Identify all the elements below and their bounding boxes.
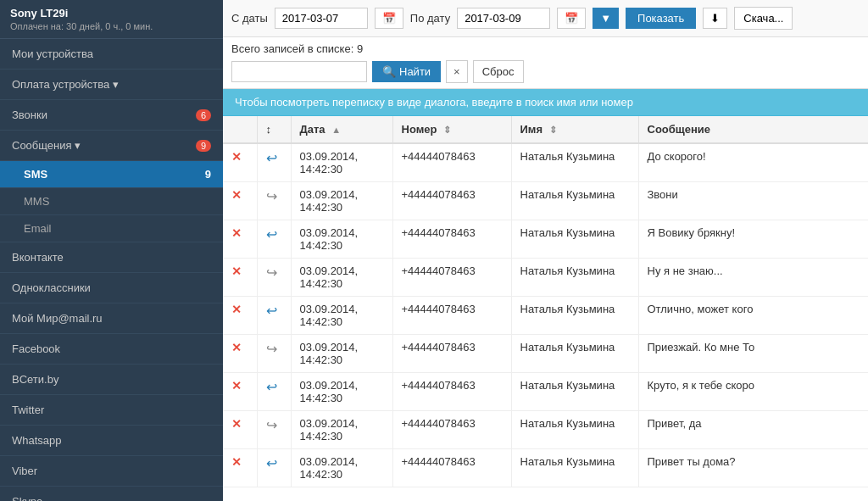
cell-actions-4: ✕ (223, 297, 257, 335)
sidebar-item-13[interactable]: Whatsapp (0, 426, 223, 456)
clear-button[interactable]: × (446, 60, 468, 83)
sidebar-item-2[interactable]: Звонки6 (0, 100, 223, 131)
cell-message-7: Привет, да (638, 411, 868, 449)
cell-number-4: +44444078463 (392, 297, 511, 335)
sidebar-item-label-5: MMS (24, 195, 49, 208)
download-icon-button[interactable]: ⬇ (703, 8, 727, 29)
delete-button-0[interactable]: ✕ (231, 150, 242, 164)
sidebar-item-0[interactable]: Мои устройства (0, 39, 223, 70)
download-button[interactable]: Скача... (734, 7, 793, 30)
sidebar-item-label-12: Twitter (12, 404, 44, 416)
cell-message-1: Звони (638, 182, 868, 220)
delete-button-2[interactable]: ✕ (231, 226, 242, 240)
sidebar-item-9[interactable]: Мой Мир@mail.ru (0, 303, 223, 334)
delete-button-4[interactable]: ✕ (231, 303, 242, 316)
sidebar-badge-4: 9 (205, 168, 211, 181)
direction-in-icon-3: ↪ (266, 265, 277, 280)
cell-name-1: Наталья Кузьмина (511, 182, 638, 220)
show-button[interactable]: Показать (626, 8, 696, 29)
sidebar-item-label-9: Мой Мир@mail.ru (12, 312, 103, 325)
cell-number-5: +44444078463 (392, 335, 511, 373)
col-direction[interactable]: ↕ (257, 116, 291, 143)
cell-name-8: Наталья Кузьмина (511, 449, 638, 487)
filter-button[interactable]: ▼ (593, 8, 619, 29)
cell-actions-0: ✕ (223, 143, 257, 182)
sidebar-item-12[interactable]: Twitter (0, 395, 223, 426)
cell-name-3: Наталья Кузьмина (511, 259, 638, 297)
sidebar-item-5[interactable]: MMS (0, 188, 223, 215)
sidebar-item-label-6: Email (24, 222, 52, 235)
cell-date-4: 03.09.2014, 14:42:30 (291, 297, 392, 335)
sidebar-item-6[interactable]: Email (0, 215, 223, 242)
sidebar-item-11[interactable]: BCети.by (0, 365, 223, 395)
cell-date-8: 03.09.2014, 14:42:30 (291, 449, 392, 487)
sidebar-item-label-11: BCети.by (12, 373, 58, 386)
cell-direction-1: ↪ (257, 182, 291, 220)
search-icon: 🔍 (382, 65, 396, 78)
sidebar-item-14[interactable]: Viber (0, 456, 223, 487)
cell-number-2: +44444078463 (392, 220, 511, 259)
sidebar-item-label-3: Сообщения ▾ (12, 139, 81, 152)
cell-date-5: 03.09.2014, 14:42:30 (291, 335, 392, 373)
cell-message-3: Ну я не знаю... (638, 259, 868, 297)
searchbar: Всего записей в списке: 9 🔍 Найти ×Сброс (223, 37, 868, 89)
date-to-input[interactable] (457, 8, 550, 29)
sidebar-item-7[interactable]: Вконтакте (0, 242, 223, 273)
date-from-label: С даты (231, 12, 268, 25)
col-number[interactable]: Номер ⇕ (392, 116, 511, 143)
cell-direction-3: ↪ (257, 259, 291, 297)
sidebar-item-1[interactable]: Оплата устройства ▾ (0, 70, 223, 100)
calendar-to-button[interactable]: 📅 (557, 8, 586, 29)
table-header: ↕ Дата ▲ Номер ⇕ Имя ⇕ Сообщение (223, 116, 868, 143)
main-content: С даты 📅 По дату 📅 ▼ Показать ⬇ Скача...… (223, 0, 868, 501)
cell-direction-2: ↩ (257, 220, 291, 259)
direction-out-icon-0: ↩ (266, 151, 277, 165)
col-name[interactable]: Имя ⇕ (511, 116, 638, 143)
cell-actions-7: ✕ (223, 411, 257, 449)
search-input[interactable] (231, 61, 367, 82)
cell-name-5: Наталья Кузьмина (511, 335, 638, 373)
col-message: Сообщение (638, 116, 868, 143)
cell-number-8: +44444078463 (392, 449, 511, 487)
date-from-input[interactable] (275, 8, 368, 29)
delete-button-8[interactable]: ✕ (231, 455, 242, 469)
table-row: ✕↪03.09.2014, 14:42:30+44444078463Наталь… (223, 411, 868, 449)
cell-name-0: Наталья Кузьмина (511, 143, 638, 182)
sidebar-nav: Мои устройстваОплата устройства ▾Звонки6… (0, 39, 223, 501)
topbar: С даты 📅 По дату 📅 ▼ Показать ⬇ Скача... (223, 0, 868, 37)
sidebar-item-label-7: Вконтакте (12, 251, 64, 264)
device-info: Sony LT29i Оплачен на: 30 дней, 0 ч., 0 … (0, 0, 223, 39)
col-date[interactable]: Дата ▲ (291, 116, 392, 143)
cell-name-2: Наталья Кузьмина (511, 220, 638, 259)
table-row: ✕↩03.09.2014, 14:42:30+44444078463Наталь… (223, 143, 868, 182)
direction-out-icon-8: ↩ (266, 456, 277, 470)
reset-button[interactable]: Сброс (473, 60, 524, 83)
find-label: Найти (399, 65, 431, 78)
delete-button-1[interactable]: ✕ (231, 188, 242, 202)
sidebar-item-4[interactable]: SMS9 (0, 161, 223, 188)
cell-direction-8: ↩ (257, 449, 291, 487)
cell-number-7: +44444078463 (392, 411, 511, 449)
calendar-from-button[interactable]: 📅 (375, 8, 403, 29)
sidebar-item-label-4: SMS (24, 168, 47, 181)
table-row: ✕↩03.09.2014, 14:42:30+44444078463Наталь… (223, 373, 868, 411)
delete-button-3[interactable]: ✕ (231, 264, 242, 278)
sidebar-item-10[interactable]: Facebook (0, 334, 223, 365)
find-button[interactable]: 🔍 Найти (372, 61, 441, 82)
sidebar-item-15[interactable]: Skype (0, 487, 223, 501)
sidebar-item-label-14: Viber (12, 465, 37, 477)
delete-button-7[interactable]: ✕ (231, 417, 242, 431)
cell-actions-1: ✕ (223, 182, 257, 220)
table-row: ✕↪03.09.2014, 14:42:30+44444078463Наталь… (223, 182, 868, 220)
cell-actions-6: ✕ (223, 373, 257, 411)
cell-message-0: До скорого! (638, 143, 868, 182)
sidebar-item-8[interactable]: Одноклассники (0, 273, 223, 303)
sidebar-item-3[interactable]: Сообщения ▾9 (0, 131, 223, 161)
col-actions (223, 116, 257, 143)
direction-in-icon-7: ↪ (266, 418, 277, 432)
table-row: ✕↪03.09.2014, 14:42:30+44444078463Наталь… (223, 259, 868, 297)
delete-button-5[interactable]: ✕ (231, 341, 242, 354)
sidebar-item-label-0: Мои устройства (12, 47, 93, 60)
delete-button-6[interactable]: ✕ (231, 379, 242, 392)
cell-number-6: +44444078463 (392, 373, 511, 411)
